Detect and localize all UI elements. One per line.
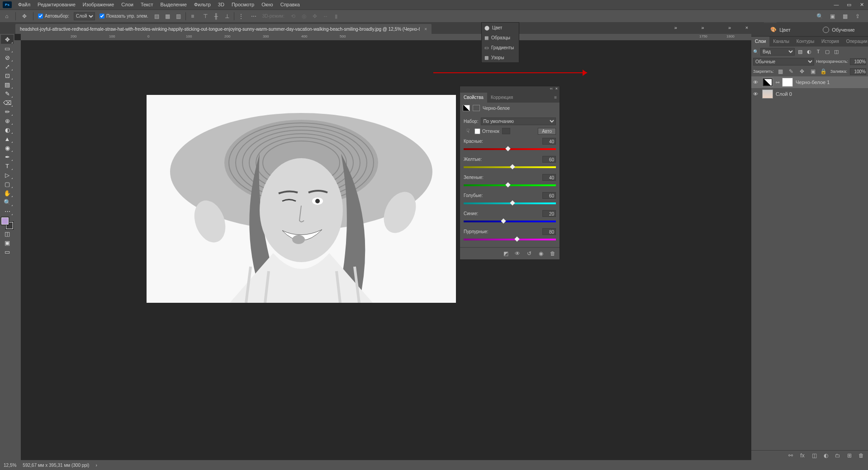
tab-history[interactable]: История: [818, 37, 843, 47]
align-top-icon[interactable]: ⊤: [201, 12, 209, 20]
clip-icon[interactable]: ◩: [502, 249, 510, 258]
scrubby-icon[interactable]: ☟: [464, 127, 472, 135]
filter-pixel-icon[interactable]: ▧: [797, 48, 804, 55]
tool-1[interactable]: ▭: [1, 44, 14, 53]
lock-frame-icon[interactable]: ▣: [809, 67, 817, 75]
layer-row[interactable]: 👁Слой 0: [751, 88, 868, 100]
channel-slider[interactable]: [464, 219, 556, 224]
close-tab-icon[interactable]: ×: [424, 27, 427, 32]
more-options-icon[interactable]: ⋯: [250, 12, 258, 20]
channel-value[interactable]: 60: [542, 156, 556, 163]
menu-редактирование[interactable]: Редактирование: [34, 0, 79, 9]
tab-properties[interactable]: Свойства: [460, 93, 487, 103]
color-swatch[interactable]: [1, 217, 13, 229]
channel-value[interactable]: 80: [542, 228, 556, 235]
lock-all-icon[interactable]: 🔒: [820, 67, 828, 75]
mode-icon[interactable]: ▭: [1, 247, 14, 256]
autoselect-target[interactable]: Слой: [74, 12, 95, 20]
channel-slider[interactable]: [464, 147, 556, 151]
menu-просмотр[interactable]: Просмотр: [228, 0, 258, 9]
zoom-level[interactable]: 12,5%: [4, 463, 16, 468]
layer-thumb[interactable]: [762, 89, 773, 99]
menu-слои[interactable]: Слои: [118, 0, 137, 9]
tool-4[interactable]: ⊡: [1, 71, 14, 80]
patterns-panel-item[interactable]: ▩Узоры: [482, 52, 519, 62]
collapse-handle-icon[interactable]: »: [662, 22, 689, 33]
channel-value[interactable]: 40: [542, 174, 556, 181]
color-panel-item[interactable]: ⬤Цвет: [482, 23, 519, 33]
lock-paint-icon[interactable]: ✎: [787, 67, 795, 75]
menu-выделение[interactable]: Выделение: [157, 0, 190, 9]
layer-filter-select[interactable]: Вид: [760, 48, 795, 56]
tool-9[interactable]: ⊕: [1, 116, 14, 125]
tool-14[interactable]: T: [1, 161, 14, 170]
close-strip-icon[interactable]: ×: [743, 22, 750, 33]
channel-value[interactable]: 20: [542, 210, 556, 217]
panel-menu-icon[interactable]: ≡: [551, 93, 560, 103]
collapse-handle-icon[interactable]: »: [716, 22, 743, 33]
layer-mask-icon[interactable]: ◫: [810, 451, 818, 460]
adjustment-layer-icon[interactable]: ◐: [822, 451, 830, 460]
link-layers-icon[interactable]: ⚯: [787, 451, 795, 460]
distribute-h-icon[interactable]: ≡: [189, 12, 197, 20]
swatches-panel-item[interactable]: ▦Образцы: [482, 33, 519, 42]
tool-2[interactable]: ⊘: [1, 53, 14, 62]
menu-справка[interactable]: Справка: [277, 0, 304, 9]
tool-13[interactable]: ✒: [1, 152, 14, 161]
menu-окно[interactable]: Окно: [258, 0, 277, 9]
filter-text-icon[interactable]: T: [815, 48, 822, 55]
layer-name[interactable]: Черно-белое 1: [796, 80, 830, 85]
menu-3d[interactable]: 3D: [214, 0, 228, 9]
tint-swatch[interactable]: [502, 128, 510, 134]
minimize-button[interactable]: —: [830, 0, 843, 9]
visibility-icon[interactable]: 👁: [753, 91, 759, 97]
layer-thumb[interactable]: [762, 78, 773, 87]
tool-12[interactable]: ◉: [1, 143, 14, 152]
lock-pixels-icon[interactable]: ▦: [777, 67, 785, 75]
align-left-icon[interactable]: ▤: [153, 12, 161, 20]
learn-stub[interactable]: Обучение: [810, 23, 868, 36]
new-layer-icon[interactable]: ⊞: [845, 451, 854, 460]
channel-slider[interactable]: [464, 201, 556, 206]
tool-18[interactable]: 🔍: [1, 197, 14, 207]
align-bottom-icon[interactable]: ⊥: [223, 12, 231, 20]
layer-name[interactable]: Слой 0: [776, 91, 792, 97]
share-icon[interactable]: ⇪: [854, 12, 862, 20]
layer-fx-icon[interactable]: fx: [798, 451, 806, 460]
blend-mode-select[interactable]: Обычные: [753, 58, 814, 66]
tab-corrections[interactable]: Коррекция: [487, 93, 517, 103]
move-tool-icon[interactable]: ✥: [20, 12, 28, 20]
autoselect-checkbox[interactable]: Автовыбор:: [38, 14, 69, 19]
tint-checkbox[interactable]: Оттенок: [474, 128, 499, 134]
preset-select[interactable]: По умолчанию: [481, 118, 556, 125]
layer-row[interactable]: 👁⚯Черно-белое 1: [751, 76, 868, 88]
opacity-input[interactable]: [850, 58, 866, 65]
tool-5[interactable]: ▨: [1, 80, 14, 89]
tool-15[interactable]: ▷: [1, 170, 14, 179]
show-controls-checkbox[interactable]: Показать упр. элем.: [100, 14, 148, 19]
filter-adjust-icon[interactable]: ◐: [806, 48, 813, 55]
tab-actions[interactable]: Операции: [843, 37, 868, 47]
close-panel-icon[interactable]: ×: [555, 86, 558, 93]
trash-icon[interactable]: 🗑: [549, 249, 557, 258]
mode-icon[interactable]: ◫: [1, 229, 14, 238]
tool-3[interactable]: ⤢: [1, 62, 14, 71]
maximize-button[interactable]: ▭: [843, 0, 855, 9]
document-tab[interactable]: headshot-joyful-attractive-redhead-femal…: [15, 24, 432, 34]
tool-7[interactable]: ⌫: [1, 98, 14, 107]
tab-paths[interactable]: Контуры: [793, 37, 818, 47]
mask-thumb[interactable]: [782, 78, 793, 87]
auto-button[interactable]: Авто: [538, 128, 556, 135]
status-chevron-icon[interactable]: ›: [95, 463, 97, 468]
tool-8[interactable]: ✏: [1, 107, 14, 116]
menu-фильтр[interactable]: Фильтр: [190, 0, 214, 9]
channel-value[interactable]: 40: [542, 138, 556, 145]
align-right-icon[interactable]: ▥: [175, 12, 183, 20]
collapse-panel-icon[interactable]: ‹‹: [550, 86, 553, 93]
search-icon[interactable]: 🔍: [816, 12, 824, 20]
trash-icon[interactable]: 🗑: [857, 451, 865, 460]
tool-10[interactable]: ◐: [1, 125, 14, 134]
color-stub[interactable]: 🎨Цвет: [751, 23, 810, 36]
canvas[interactable]: [147, 95, 456, 303]
collapse-handle-icon[interactable]: »: [689, 22, 716, 33]
